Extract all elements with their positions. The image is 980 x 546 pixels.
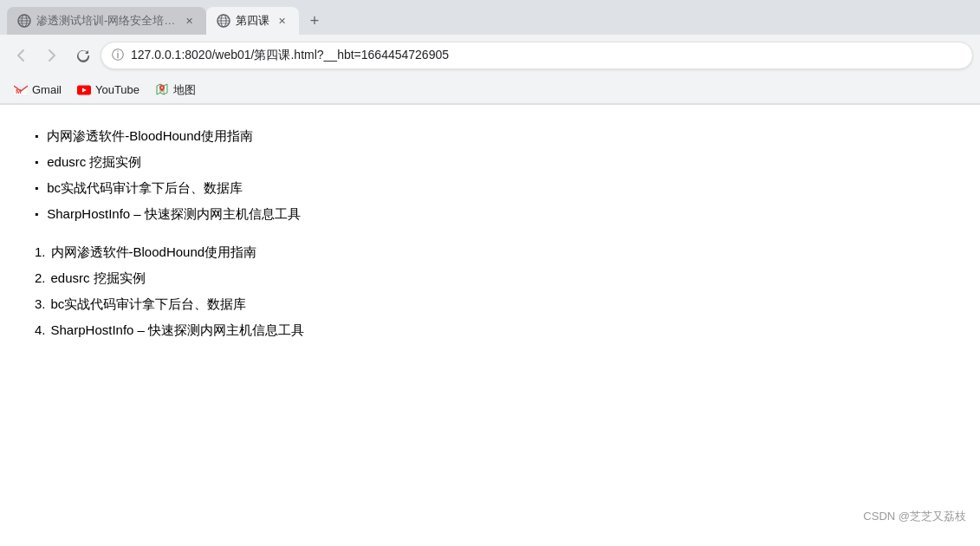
bullet-item-1: 内网渗透软件-BloodHound使用指南 <box>47 126 253 146</box>
bookmark-gmail[interactable]: M Gmail <box>7 80 68 101</box>
tab-1[interactable]: 渗透测试培训-网络安全培训-暗M... ✕ <box>7 7 206 35</box>
svg-text:M: M <box>16 88 22 95</box>
ordered-list: 1. 内网渗透软件-BloodHound使用指南 2. edusrc 挖掘实例 … <box>35 242 945 341</box>
tab-bar: 渗透测试培训-网络安全培训-暗M... ✕ 第四课 ✕ + <box>0 0 980 35</box>
maps-icon <box>155 83 169 97</box>
page-content: 内网渗透软件-BloodHound使用指南 edusrc 挖掘实例 bc实战代码… <box>0 105 980 538</box>
bookmarks-bar: M Gmail YouTube <box>0 76 980 104</box>
ordered-item-4: SharpHostInfo – 快速探测内网主机信息工具 <box>51 320 305 341</box>
list-item: 内网渗透软件-BloodHound使用指南 <box>35 126 945 146</box>
bookmark-youtube[interactable]: YouTube <box>70 80 146 101</box>
tab2-close-button[interactable]: ✕ <box>275 14 289 28</box>
bookmark-maps[interactable]: 地图 <box>148 79 203 101</box>
tab1-favicon <box>17 14 31 28</box>
list-item: edusrc 挖掘实例 <box>35 152 945 172</box>
tab1-close-button[interactable]: ✕ <box>182 14 196 28</box>
svg-point-15 <box>161 87 163 88</box>
ordered-num-1: 1. <box>35 242 46 263</box>
forward-button[interactable] <box>38 42 66 69</box>
tab2-favicon <box>217 14 230 28</box>
watermark: CSDN @芝芝又荔枝 <box>863 509 966 524</box>
ordered-item-3: bc实战代码审计拿下后台、数据库 <box>51 294 247 315</box>
bookmark-youtube-label: YouTube <box>95 83 140 96</box>
new-tab-button[interactable]: + <box>302 9 327 33</box>
tab1-title: 渗透测试培训-网络安全培训-暗M... <box>36 13 177 29</box>
list-item: 2. edusrc 挖掘实例 <box>35 268 945 289</box>
back-button[interactable] <box>7 42 35 69</box>
bullet-item-4: SharpHostInfo – 快速探测内网主机信息工具 <box>47 204 301 224</box>
bullet-list: 内网渗透软件-BloodHound使用指南 edusrc 挖掘实例 bc实战代码… <box>35 126 945 224</box>
ordered-num-2: 2. <box>35 268 46 289</box>
ordered-num-4: 4. <box>35 320 46 341</box>
tab2-title: 第四课 <box>236 13 269 29</box>
list-item: SharpHostInfo – 快速探测内网主机信息工具 <box>35 204 945 224</box>
ordered-item-2: edusrc 挖掘实例 <box>51 268 146 289</box>
gmail-icon: M <box>14 83 28 97</box>
ordered-num-3: 3. <box>35 294 46 315</box>
bookmark-gmail-label: Gmail <box>32 83 62 96</box>
nav-bar: ⓘ 127.0.0.1:8020/web01/第四课.html?__hbt=16… <box>0 35 980 76</box>
youtube-icon <box>77 83 91 97</box>
list-item: 4. SharpHostInfo – 快速探测内网主机信息工具 <box>35 320 945 341</box>
list-item: 1. 内网渗透软件-BloodHound使用指南 <box>35 242 945 263</box>
address-text: 127.0.0.1:8020/web01/第四课.html?__hbt=1664… <box>131 48 962 63</box>
secure-icon: ⓘ <box>112 48 124 63</box>
reload-button[interactable] <box>69 42 97 69</box>
bullet-item-3: bc实战代码审计拿下后台、数据库 <box>47 178 243 198</box>
ordered-item-1: 内网渗透软件-BloodHound使用指南 <box>51 242 257 263</box>
list-item: bc实战代码审计拿下后台、数据库 <box>35 178 945 198</box>
bullet-item-2: edusrc 挖掘实例 <box>47 152 141 172</box>
bookmark-maps-label: 地图 <box>173 82 196 98</box>
browser-chrome: 渗透测试培训-网络安全培训-暗M... ✕ 第四课 ✕ + <box>0 0 980 105</box>
tab-2[interactable]: 第四课 ✕ <box>206 7 299 35</box>
list-item: 3. bc实战代码审计拿下后台、数据库 <box>35 294 945 315</box>
address-bar[interactable]: ⓘ 127.0.0.1:8020/web01/第四课.html?__hbt=16… <box>101 42 973 69</box>
